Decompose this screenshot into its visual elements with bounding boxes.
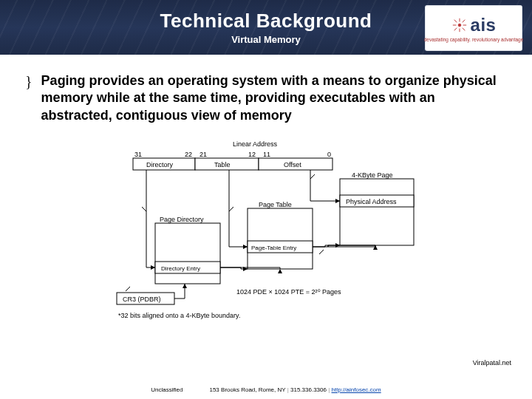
pte-label: Page-Table Entry (251, 245, 296, 251)
diagram-credit: Viralpatal.net (473, 359, 511, 366)
svg-line-24 (142, 207, 146, 211)
logo-tagline: devastating capability. revolutionary ad… (424, 37, 524, 42)
svg-rect-14 (248, 208, 313, 269)
bit-22: 22 (185, 151, 192, 158)
field-directory: Directory (146, 161, 174, 168)
svg-marker-19 (335, 199, 340, 203)
logo-burst-icon (451, 17, 468, 33)
svg-line-6 (462, 27, 465, 30)
bit-21: 21 (200, 151, 207, 158)
cr3-label: CR3 (PDBR) (123, 296, 161, 303)
table-width: 10 (235, 205, 242, 213)
svg-marker-28 (183, 284, 187, 288)
svg-line-20 (310, 174, 315, 179)
bit-12: 12 (248, 151, 256, 158)
diagram-footnote: *32 bits aligned onto a 4-KByte boundary… (118, 312, 240, 319)
slide-body: } Paging provides an operating system wi… (0, 55, 532, 325)
footer-contact: 153 Brooks Road, Rome, NY | 315.336.3306… (209, 386, 381, 393)
svg-point-0 (458, 24, 461, 27)
bullet-item: } Paging provides an operating system wi… (25, 72, 507, 124)
page-directory-label: Page Directory (160, 216, 204, 223)
company-logo: ais devastating capability. revolutionar… (426, 6, 522, 50)
slide-subtitle: Virtual Memory (231, 34, 301, 45)
svg-line-29 (126, 287, 130, 291)
footer-classification: Unclassified (151, 386, 183, 393)
bit-31: 31 (134, 151, 142, 158)
svg-marker-23 (151, 265, 155, 270)
bit-11: 11 (263, 151, 270, 158)
footer-link[interactable]: http://ainfosec.com (332, 386, 381, 393)
linear-address-label: Linear Address (233, 140, 278, 148)
slide-title: Technical Background (160, 10, 372, 33)
logo-text: ais (471, 15, 497, 35)
de-label: Directory Entry (161, 265, 200, 272)
svg-line-8 (454, 27, 457, 30)
bit-0: 0 (327, 151, 331, 158)
field-offset: Offset (284, 161, 301, 168)
offset-width: 12 (319, 174, 327, 182)
bullet-text: Paging provides an operating system with… (41, 72, 507, 124)
slide-header: Technical Background Virtual Memory ais … (0, 0, 532, 55)
svg-line-5 (454, 19, 457, 22)
svg-rect-12 (340, 179, 414, 245)
footer-phone: 315.336.3306 (290, 386, 327, 393)
page-box-label: 4-KByte Page (352, 171, 393, 179)
svg-line-7 (462, 19, 465, 22)
svg-line-25 (319, 250, 324, 254)
phys-addr-label: Physical Address (346, 198, 397, 205)
dir-width: 10 (134, 205, 142, 213)
svg-rect-16 (155, 223, 220, 284)
svg-line-22 (229, 207, 233, 211)
slide-footer: Unclassified 153 Brooks Road, Rome, NY |… (0, 386, 532, 393)
page-table-label: Page Table (259, 201, 292, 208)
svg-marker-39 (278, 269, 282, 273)
field-table: Table (214, 161, 231, 168)
pde-pte-equation: 1024 PDE × 1024 PTE = 2²⁰ Pages (236, 288, 341, 296)
svg-marker-21 (243, 245, 248, 249)
brace-bullet-icon: } (25, 74, 33, 89)
paging-diagram: Linear Address 31 22 21 12 11 0 Director… (89, 137, 443, 325)
footer-address: 153 Brooks Road, Rome, NY (209, 386, 285, 393)
